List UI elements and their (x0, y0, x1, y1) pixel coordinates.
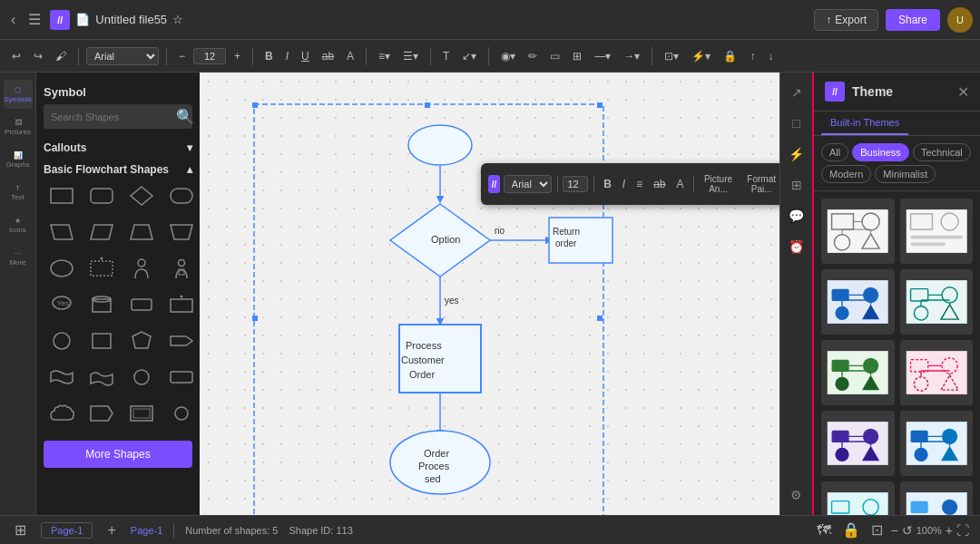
line-connect-button[interactable]: ↙▾ (457, 47, 481, 65)
shape-cloud[interactable] (44, 397, 80, 430)
shape-trapezoid2[interactable] (163, 216, 200, 248)
canvas-area[interactable]: // Arial B I ≡ ab A Picture An... Format… (200, 73, 779, 515)
line-style-button[interactable]: —▾ (590, 47, 615, 65)
connect-button[interactable]: ⚡▾ (687, 47, 715, 65)
shape-cross[interactable] (163, 361, 200, 393)
align-button[interactable]: ≡▾ (374, 47, 395, 65)
comment-tool-button[interactable]: 💬 (784, 203, 809, 228)
format-painter-button[interactable]: Picture An... (699, 172, 738, 196)
theme-card-10[interactable] (900, 481, 974, 515)
theme-card-6[interactable] (900, 340, 974, 405)
italic-button[interactable]: I (281, 47, 293, 65)
settings-tool-button[interactable]: ⚙ (784, 482, 809, 508)
redo-button[interactable]: ↪ (29, 47, 47, 65)
sidebar-item-more[interactable]: ⋯ More (4, 243, 33, 272)
fit-page-button[interactable]: ⊡ (867, 520, 887, 540)
export-button[interactable]: ↑ Export (814, 9, 878, 31)
format-label-button[interactable]: Format Pai... (741, 172, 779, 196)
text-color-button[interactable]: A (342, 47, 358, 65)
filter-all-button[interactable]: All (821, 143, 848, 161)
zoom-reset-button[interactable]: ↺ (902, 523, 913, 538)
text-format-button[interactable]: T (438, 47, 454, 65)
sidebar-item-pictures[interactable]: 🖼 Pictures (4, 112, 33, 141)
menu-button[interactable]: ☰ (24, 9, 44, 30)
panel-close-button[interactable]: ✕ (957, 83, 969, 101)
shape-wave[interactable] (44, 361, 80, 393)
filter-business-button[interactable]: Business (852, 143, 909, 161)
shape-person2[interactable] (163, 252, 200, 285)
float-font-size[interactable] (563, 176, 588, 192)
table-tool-button[interactable]: ⊞ (784, 172, 809, 198)
bold-button[interactable]: B (260, 47, 278, 65)
font-size-input[interactable] (193, 48, 226, 64)
star-icon[interactable]: ☆ (172, 13, 183, 26)
add-page-button[interactable]: + (103, 520, 119, 540)
list-button[interactable]: ☰▾ (398, 47, 423, 65)
theme-card-8[interactable] (900, 411, 974, 476)
shape-callout-oval[interactable]: Yes (44, 288, 80, 321)
callouts-section-header[interactable]: Callouts ▾ (44, 136, 192, 158)
shape-frame[interactable] (123, 397, 160, 430)
shape-person[interactable] (123, 252, 160, 285)
sidebar-item-icons[interactable]: ★ Icons (4, 210, 33, 239)
zoom-in-button[interactable]: + (946, 523, 953, 538)
map-button[interactable]: 🗺 (813, 520, 835, 540)
lock-page-button[interactable]: 🔒 (838, 520, 864, 540)
lock-button[interactable]: 🔒 (719, 47, 741, 65)
shape-rounded-rect2[interactable] (163, 180, 200, 212)
theme-card-5[interactable] (821, 340, 895, 405)
search-input[interactable] (51, 112, 176, 122)
font-family-select[interactable]: Arial Helvetica Times New Roman (86, 47, 159, 65)
font-size-decrease[interactable]: − (174, 47, 190, 65)
undo-button[interactable]: ↩ (7, 47, 25, 65)
float-align-button[interactable]: ≡ (632, 176, 646, 192)
share-button[interactable]: Share (886, 9, 940, 31)
cursor-tool-button[interactable]: ↗ (784, 80, 809, 105)
shape-star[interactable] (123, 361, 160, 393)
shape-circle[interactable] (44, 325, 80, 357)
shape-trapezoid[interactable] (123, 216, 160, 248)
filter-minimalist-button[interactable]: Minimalist (875, 165, 936, 183)
shape-style-button[interactable]: ⊡▾ (660, 47, 683, 65)
theme-card-9[interactable] (821, 481, 895, 515)
zoom-out-button[interactable]: − (890, 523, 897, 538)
tab-built-in[interactable]: Built-in Themes (821, 112, 908, 135)
history-tool-button[interactable]: ⏰ (784, 234, 809, 259)
arrow-style-button[interactable]: →▾ (619, 47, 644, 65)
border-button[interactable]: ▭ (545, 47, 564, 65)
line-color-button[interactable]: ✏ (524, 47, 542, 65)
font-size-increase[interactable]: + (230, 47, 245, 65)
connect-tool-button[interactable]: ⚡ (784, 141, 809, 167)
sidebar-item-graphs[interactable]: 📊 Graphs (4, 145, 33, 174)
strikethrough-button[interactable]: ab (318, 47, 338, 65)
theme-card-2[interactable] (900, 199, 974, 264)
back-button[interactable]: ‹ (7, 10, 19, 30)
grid-button[interactable]: ⊞ (568, 47, 586, 65)
sidebar-item-symbols[interactable]: ⬡ Symbols (4, 80, 33, 109)
float-bold-button[interactable]: B (600, 176, 615, 192)
float-strike-button[interactable]: ab (650, 176, 669, 192)
shape-dot-rect2[interactable] (163, 288, 200, 321)
basic-flowchart-section-header[interactable]: Basic Flowchart Shapes ▴ (44, 158, 192, 180)
theme-card-4[interactable] (900, 269, 974, 335)
shape-dot-rect[interactable] (83, 252, 120, 285)
more-shapes-button[interactable]: More Shapes (44, 441, 192, 468)
shape-square[interactable] (83, 325, 120, 357)
theme-card-3[interactable] (821, 269, 895, 335)
underline-button[interactable]: U (297, 47, 314, 65)
shape-tag[interactable] (83, 397, 120, 430)
float-italic-button[interactable]: I (619, 176, 629, 192)
filter-modern-button[interactable]: Modern (821, 165, 871, 183)
shape-arrowhead[interactable] (163, 325, 200, 357)
page-layout-button[interactable]: ⊞ (11, 520, 30, 540)
shape-hex[interactable] (123, 288, 160, 321)
export2-button[interactable]: ↑ (745, 47, 760, 65)
shape-parallelogram[interactable] (44, 216, 80, 248)
shapes-tool-button[interactable]: □ (784, 111, 809, 136)
import-button[interactable]: ↓ (763, 47, 778, 65)
fill-color-button[interactable]: ◉▾ (496, 47, 520, 65)
shape-small-circle[interactable] (163, 397, 200, 430)
theme-card-1[interactable] (821, 199, 895, 264)
shape-cylinder[interactable] (83, 288, 120, 321)
shape-rounded-rect[interactable] (83, 180, 120, 212)
